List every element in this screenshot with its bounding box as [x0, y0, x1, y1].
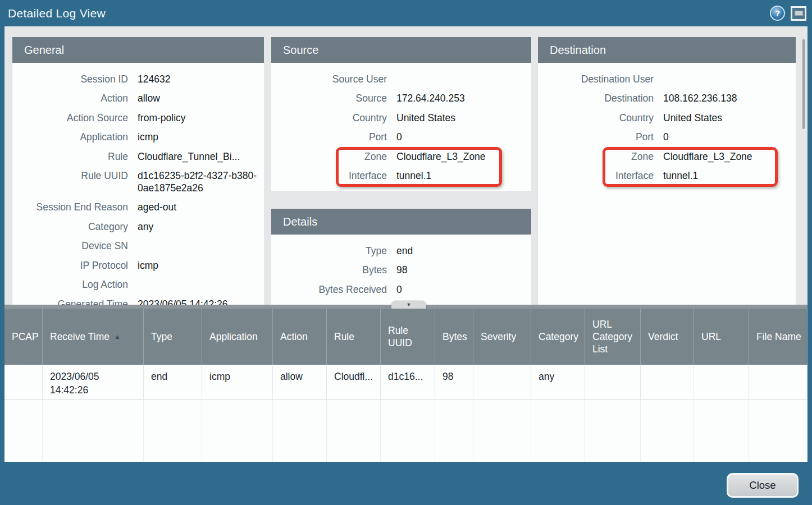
table-filler-cell	[641, 400, 694, 462]
source-panel: Source Source User Source172.64.240.253 …	[271, 37, 531, 191]
column-header-application[interactable]: Application	[202, 309, 273, 365]
table-cell-file-name[interactable]	[749, 365, 808, 400]
field-label: Log Action	[12, 279, 128, 291]
table-cell-url-category-list[interactable]	[585, 365, 641, 400]
field-label: Rule	[12, 151, 128, 163]
field-label: Destination	[538, 93, 654, 105]
column-header-rule-uuid[interactable]: Rule UUID	[381, 309, 435, 365]
general-panel-body: Session ID124632 Actionallow Action Sour…	[12, 63, 264, 305]
field-value: 0	[396, 284, 402, 296]
help-icon[interactable]: ?	[770, 6, 785, 21]
dialog-footer: Close	[0, 462, 812, 505]
field-row: Port0	[538, 128, 796, 148]
field-label: Country	[538, 112, 654, 125]
table-cell-pcap[interactable]	[4, 365, 43, 400]
field-value: icmp	[138, 131, 158, 144]
column-header-verdict[interactable]: Verdict	[641, 309, 694, 365]
column-header-category[interactable]: Category	[531, 309, 585, 365]
window-icon[interactable]	[791, 6, 806, 21]
column-header-pcap[interactable]: PCAP	[4, 309, 43, 365]
table-filler-cell	[202, 400, 273, 462]
column-header-file-name[interactable]: File Name	[749, 309, 808, 365]
field-label: Bytes Received	[271, 284, 387, 296]
field-label: Interface	[538, 170, 654, 182]
close-button[interactable]: Close	[727, 473, 799, 498]
column-header-action[interactable]: Action	[273, 309, 327, 365]
table-filler-cell	[585, 400, 641, 462]
field-row: Action Sourcefrom-policy	[12, 108, 264, 128]
field-label: Session ID	[12, 74, 128, 86]
field-label: Device SN	[12, 240, 128, 252]
field-value: aged-out	[138, 201, 176, 214]
column-header-severity[interactable]: Severity	[473, 309, 531, 365]
log-table: PCAP Receive Time▲ Type Application Acti…	[4, 309, 808, 462]
source-panel-header: Source	[271, 37, 531, 63]
field-label: Rule UUID	[12, 170, 128, 182]
column-header-url[interactable]: URL	[694, 309, 749, 365]
field-row: Port0	[271, 128, 531, 148]
field-row: Bytes Received0	[271, 280, 531, 300]
field-row: Interfacetunnel.1	[538, 167, 796, 186]
table-filler-cell	[435, 400, 473, 462]
field-row: Generated Time2023/06/05 14:42:26	[12, 295, 264, 305]
field-value: allow	[138, 93, 160, 105]
column-header-type[interactable]: Type	[144, 309, 202, 365]
table-cell-verdict[interactable]	[641, 365, 694, 400]
field-value: from-policy	[138, 112, 186, 125]
table-cell-receive-time[interactable]: 2023/06/05 14:42:26	[43, 365, 144, 400]
field-row: Log Action	[12, 276, 264, 295]
field-row: Destination108.162.236.138	[538, 89, 796, 109]
field-row: Rule UUIDd1c16235-b2f2-4327-b380-0ae1875…	[12, 167, 264, 198]
field-row: Source User	[271, 70, 531, 89]
field-label: Port	[538, 131, 654, 144]
table-cell-action[interactable]: allow	[273, 365, 327, 400]
destination-panel-header: Destination	[538, 37, 796, 63]
field-value: 124632	[138, 74, 170, 86]
field-row: Session End Reasonaged-out	[12, 198, 264, 218]
table-filler-cell	[531, 400, 585, 462]
table-filler-cell	[4, 400, 43, 462]
field-row: Device SN	[12, 237, 264, 256]
field-row: Typeend	[271, 241, 531, 261]
field-row: CountryUnited States	[538, 108, 796, 128]
field-label: Zone	[271, 151, 387, 163]
destination-panel-body: Destination User Destination108.162.236.…	[538, 63, 796, 186]
table-cell-url[interactable]	[694, 365, 749, 400]
field-row: Applicationicmp	[12, 128, 264, 148]
field-row: Session ID124632	[12, 70, 264, 89]
field-value: 2023/06/05 14:42:26	[138, 299, 228, 305]
table-filler-cell	[144, 400, 202, 462]
field-value: d1c16235-b2f2-4327-b380-0ae1875e2a26	[138, 170, 263, 194]
field-row: IP Protocolicmp	[12, 256, 264, 276]
window-icon-glyph	[795, 11, 803, 16]
column-header-bytes[interactable]: Bytes	[435, 309, 473, 365]
column-header-rule[interactable]: Rule	[327, 309, 381, 365]
field-label: Source	[271, 93, 387, 105]
field-row: Interfacetunnel.1	[271, 167, 531, 186]
field-value: any	[138, 221, 153, 233]
titlebar-icons: ?	[770, 6, 806, 21]
field-value: Cloudflare_L3_Zone	[396, 151, 486, 163]
column-header-url-category-list[interactable]: URL Category List	[585, 309, 641, 365]
field-value: 0	[396, 131, 402, 144]
field-value: 98	[396, 264, 407, 277]
table-cell-bytes[interactable]: 98	[435, 365, 473, 400]
field-label: Generated Time	[12, 299, 128, 305]
details-panel-header: Details	[271, 209, 531, 235]
dialog-title: Detailed Log View	[0, 7, 106, 20]
collapse-handle[interactable]: ▼	[391, 301, 426, 309]
vertical-scrollbar-thumb[interactable]	[802, 39, 805, 129]
table-filler-cell	[381, 400, 435, 462]
table-cell-rule[interactable]: Cloudfl...	[327, 365, 381, 400]
table-cell-application[interactable]: icmp	[202, 365, 273, 400]
table-filler-cell	[473, 400, 531, 462]
table-cell-severity[interactable]	[473, 365, 531, 400]
field-label: Destination User	[538, 74, 654, 86]
table-cell-type[interactable]: end	[144, 365, 202, 400]
column-header-receive-time[interactable]: Receive Time▲	[43, 309, 144, 365]
field-value: tunnel.1	[396, 170, 431, 182]
field-label: Session End Reason	[12, 201, 128, 214]
table-cell-rule-uuid[interactable]: d1c16...	[381, 365, 435, 400]
field-label: Action	[12, 93, 128, 105]
table-cell-category[interactable]: any	[531, 365, 585, 400]
